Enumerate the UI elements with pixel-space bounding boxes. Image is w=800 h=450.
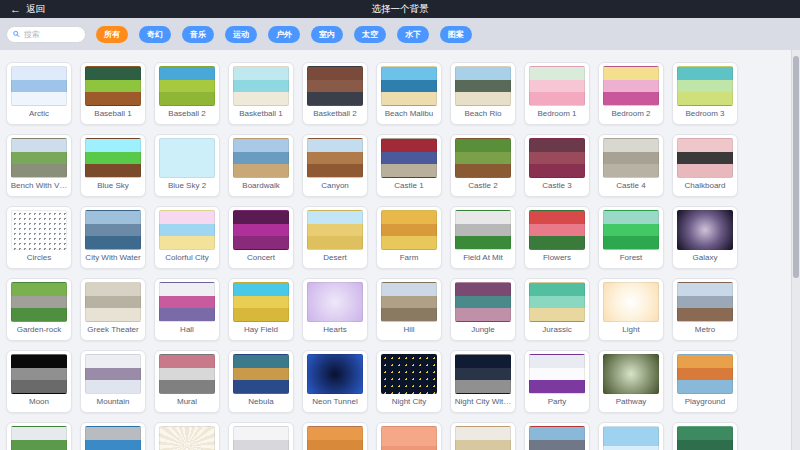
backdrop-label: Hill — [377, 325, 441, 334]
backdrop-card[interactable]: Mural — [154, 350, 220, 413]
backdrop-card[interactable]: Party — [524, 350, 590, 413]
backdrop-card[interactable]: Metro — [672, 278, 738, 341]
backdrop-card[interactable]: Castle 2 — [450, 134, 516, 197]
backdrop-card[interactable]: Hearts — [302, 278, 368, 341]
backdrop-card[interactable]: Soccer — [672, 422, 738, 450]
backdrop-card[interactable]: Bedroom 2 — [598, 62, 664, 125]
backdrop-card[interactable]: Room 1 — [302, 422, 368, 450]
backdrop-card[interactable]: Baseball 2 — [154, 62, 220, 125]
backdrop-card[interactable]: Slopes — [598, 422, 664, 450]
category-chip-2[interactable]: 音乐 — [182, 26, 214, 43]
category-chip-1[interactable]: 奇幻 — [139, 26, 171, 43]
backdrop-card[interactable]: Hay Field — [228, 278, 294, 341]
backdrop-thumbnail — [381, 66, 437, 106]
backdrop-thumbnail — [529, 426, 585, 450]
backdrop-thumbnail — [11, 282, 67, 322]
backdrop-card[interactable]: Basketball 2 — [302, 62, 368, 125]
category-chip-7[interactable]: 水下 — [397, 26, 429, 43]
backdrop-card[interactable]: Field At Mit — [450, 206, 516, 269]
backdrop-card[interactable]: Circles — [6, 206, 72, 269]
backdrop-card[interactable]: Moon — [6, 350, 72, 413]
backdrop-thumbnail — [455, 210, 511, 250]
backdrop-card[interactable]: School — [524, 422, 590, 450]
backdrop-thumbnail — [233, 66, 289, 106]
backdrop-card[interactable]: Bedroom 1 — [524, 62, 590, 125]
backdrop-card[interactable]: Mountain — [80, 350, 146, 413]
backdrop-card[interactable]: Canyon — [302, 134, 368, 197]
backdrop-thumbnail — [159, 210, 215, 250]
category-chip-5[interactable]: 室内 — [311, 26, 343, 43]
backdrop-card[interactable]: Bedroom 3 — [672, 62, 738, 125]
backdrop-card[interactable]: Savanna — [450, 422, 516, 450]
backdrop-card[interactable]: Arctic — [6, 62, 72, 125]
backdrop-card[interactable]: Playground — [672, 350, 738, 413]
backdrop-thumbnail — [381, 138, 437, 178]
category-chip-8[interactable]: 图案 — [440, 26, 472, 43]
backdrop-card[interactable]: Neon Tunnel — [302, 350, 368, 413]
backdrop-thumbnail — [603, 210, 659, 250]
backdrop-card[interactable]: Farm — [376, 206, 442, 269]
backdrop-thumbnail — [159, 354, 215, 394]
backdrop-card[interactable]: Desert — [302, 206, 368, 269]
category-chip-6[interactable]: 太空 — [354, 26, 386, 43]
backdrop-card[interactable]: Castle 4 — [598, 134, 664, 197]
backdrop-label: Castle 3 — [525, 181, 589, 190]
backdrop-thumbnail — [85, 354, 141, 394]
backdrop-card[interactable]: Hill — [376, 278, 442, 341]
backdrop-card[interactable]: Jungle — [450, 278, 516, 341]
backdrop-thumbnail — [455, 282, 511, 322]
backdrop-card[interactable]: Boardwalk — [228, 134, 294, 197]
backdrop-card[interactable]: Rays — [154, 422, 220, 450]
backdrop-card[interactable]: Beach Rio — [450, 62, 516, 125]
backdrop-card[interactable]: City With Water — [80, 206, 146, 269]
backdrop-card[interactable]: Light — [598, 278, 664, 341]
backdrop-card[interactable]: Night City Wit… — [450, 350, 516, 413]
backdrop-label: Metro — [673, 325, 737, 334]
search-input[interactable] — [24, 30, 79, 39]
backdrop-card[interactable]: Castle 3 — [524, 134, 590, 197]
back-button[interactable]: ← 返回 — [10, 3, 45, 16]
backdrop-card[interactable]: Bench With V… — [6, 134, 72, 197]
scrollbar-thumb[interactable] — [793, 56, 799, 278]
backdrop-card[interactable]: Night City — [376, 350, 442, 413]
backdrop-card[interactable]: Playing Field — [6, 422, 72, 450]
category-chip-0[interactable]: 所有 — [96, 26, 128, 43]
backdrop-card[interactable]: Blue Sky 2 — [154, 134, 220, 197]
backdrop-card[interactable]: Forest — [598, 206, 664, 269]
backdrop-card[interactable]: Pool — [80, 422, 146, 450]
backdrop-card[interactable]: Flowers — [524, 206, 590, 269]
category-chip-4[interactable]: 户外 — [268, 26, 300, 43]
backdrop-card[interactable]: Greek Theater — [80, 278, 146, 341]
backdrop-card[interactable]: Castle 1 — [376, 134, 442, 197]
backdrop-card[interactable]: Garden-rock — [6, 278, 72, 341]
backdrop-label: Pathway — [599, 397, 663, 406]
backdrop-thumbnail — [233, 426, 289, 450]
backdrop-card[interactable]: Galaxy — [672, 206, 738, 269]
backdrop-card[interactable]: Concert — [228, 206, 294, 269]
backdrop-card[interactable]: Basketball 1 — [228, 62, 294, 125]
backdrop-thumbnail — [677, 282, 733, 322]
backdrop-card[interactable]: Colorful City — [154, 206, 220, 269]
backdrop-card[interactable]: Pathway — [598, 350, 664, 413]
backdrop-card[interactable]: Room 2 — [376, 422, 442, 450]
backdrop-label: Jungle — [451, 325, 515, 334]
backdrop-card[interactable]: Jurassic — [524, 278, 590, 341]
backdrop-card[interactable]: Refrigerator — [228, 422, 294, 450]
backdrop-card[interactable]: Blue Sky — [80, 134, 146, 197]
search-box[interactable] — [6, 26, 86, 43]
backdrop-card[interactable]: Beach Malibu — [376, 62, 442, 125]
backdrop-card[interactable]: Hall — [154, 278, 220, 341]
backdrop-thumbnail — [455, 66, 511, 106]
category-chip-3[interactable]: 运动 — [225, 26, 257, 43]
backdrop-card[interactable]: Nebula — [228, 350, 294, 413]
backdrop-card[interactable]: Chalkboard — [672, 134, 738, 197]
backdrop-label: Bedroom 3 — [673, 109, 737, 118]
backdrop-thumbnail — [529, 354, 585, 394]
backdrop-label: Baseball 2 — [155, 109, 219, 118]
backdrop-label: Blue Sky 2 — [155, 181, 219, 190]
backdrop-label: Playground — [673, 397, 737, 406]
backdrop-card[interactable]: Baseball 1 — [80, 62, 146, 125]
backdrop-label: Garden-rock — [7, 325, 71, 334]
backdrop-thumbnail — [455, 426, 511, 450]
scrollbar-track[interactable] — [791, 50, 800, 450]
